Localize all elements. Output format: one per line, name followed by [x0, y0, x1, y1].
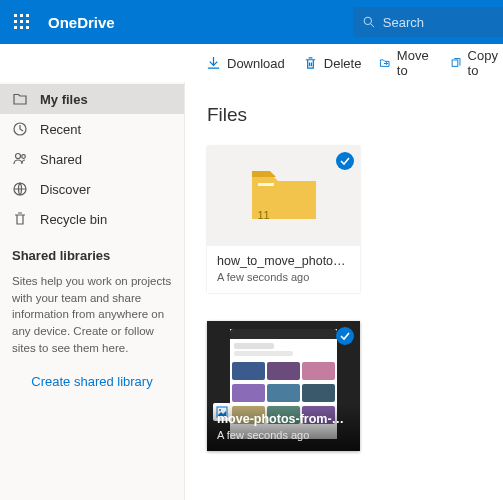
svg-line-10 — [371, 24, 374, 27]
app-launcher-icon[interactable] — [0, 0, 44, 44]
content-area: Files 11 how_to_move_photos_f… A few sec… — [185, 82, 503, 500]
download-label: Download — [227, 56, 285, 71]
selection-check-icon[interactable] — [336, 152, 354, 170]
svg-rect-8 — [26, 26, 29, 29]
svg-rect-0 — [14, 14, 17, 17]
copy-to-label: Copy to — [468, 48, 502, 78]
search-icon — [363, 15, 375, 29]
download-icon — [206, 56, 221, 71]
file-item-folder[interactable]: 11 how_to_move_photos_f… A few seconds a… — [207, 146, 360, 293]
shared-libraries-section: Shared libraries Sites help you work on … — [0, 234, 184, 364]
search-box[interactable] — [353, 7, 503, 37]
file-item-image[interactable]: move-photos-from-go… A few seconds ago — [207, 321, 360, 451]
create-shared-library-link[interactable]: Create shared library — [0, 364, 184, 399]
selection-check-icon[interactable] — [336, 327, 354, 345]
svg-rect-16 — [258, 183, 274, 186]
svg-point-13 — [16, 154, 21, 159]
sidebar-item-recent[interactable]: Recent — [0, 114, 184, 144]
discover-icon — [12, 181, 28, 197]
sidebar-item-recycle-bin[interactable]: Recycle bin — [0, 204, 184, 234]
item-name: how_to_move_photos_f… — [217, 254, 350, 268]
item-timestamp: A few seconds ago — [217, 429, 350, 441]
sidebar-item-discover[interactable]: Discover — [0, 174, 184, 204]
sidebar-item-label: My files — [40, 92, 88, 107]
item-thumbnail: move-photos-from-go… A few seconds ago — [207, 321, 360, 451]
svg-point-14 — [22, 155, 26, 159]
folder-icon — [12, 91, 28, 107]
shared-libraries-title: Shared libraries — [12, 248, 172, 263]
folder-item-count: 11 — [258, 209, 270, 221]
shared-libraries-description: Sites help you work on projects with you… — [12, 273, 172, 356]
sidebar-item-shared[interactable]: Shared — [0, 144, 184, 174]
sidebar-item-label: Recent — [40, 122, 81, 137]
delete-button[interactable]: Delete — [295, 52, 370, 75]
item-thumbnail: 11 — [207, 146, 360, 246]
svg-rect-4 — [20, 20, 23, 23]
svg-rect-6 — [14, 26, 17, 29]
people-icon — [12, 151, 28, 167]
page-title: Files — [207, 104, 481, 126]
svg-rect-11 — [452, 59, 458, 65]
svg-rect-7 — [20, 26, 23, 29]
svg-point-9 — [364, 17, 371, 24]
brand-label: OneDrive — [48, 14, 115, 31]
delete-icon — [303, 56, 318, 71]
svg-rect-2 — [26, 14, 29, 17]
item-timestamp: A few seconds ago — [217, 271, 350, 283]
move-to-icon — [379, 56, 390, 71]
app-header: OneDrive — [0, 0, 503, 44]
sidebar-item-my-files[interactable]: My files — [0, 84, 184, 114]
sidebar-item-label: Discover — [40, 182, 91, 197]
sidebar: My files Recent Shared Discover Recycle … — [0, 82, 185, 500]
command-bar: Download Delete Move to Copy to — [0, 44, 503, 82]
svg-rect-3 — [14, 20, 17, 23]
item-meta: how_to_move_photos_f… A few seconds ago — [207, 246, 360, 293]
sidebar-item-label: Shared — [40, 152, 82, 167]
svg-rect-5 — [26, 20, 29, 23]
item-meta: move-photos-from-go… A few seconds ago — [207, 404, 360, 451]
move-to-label: Move to — [397, 48, 432, 78]
download-button[interactable]: Download — [198, 52, 293, 75]
move-to-button[interactable]: Move to — [371, 44, 440, 82]
recycle-bin-icon — [12, 211, 28, 227]
folder-large-icon: 11 — [248, 165, 320, 227]
copy-to-icon — [450, 56, 461, 71]
delete-label: Delete — [324, 56, 362, 71]
clock-icon — [12, 121, 28, 137]
copy-to-button[interactable]: Copy to — [442, 44, 503, 82]
svg-rect-1 — [20, 14, 23, 17]
item-name: move-photos-from-go… — [217, 412, 350, 426]
search-input[interactable] — [383, 15, 493, 30]
sidebar-item-label: Recycle bin — [40, 212, 107, 227]
